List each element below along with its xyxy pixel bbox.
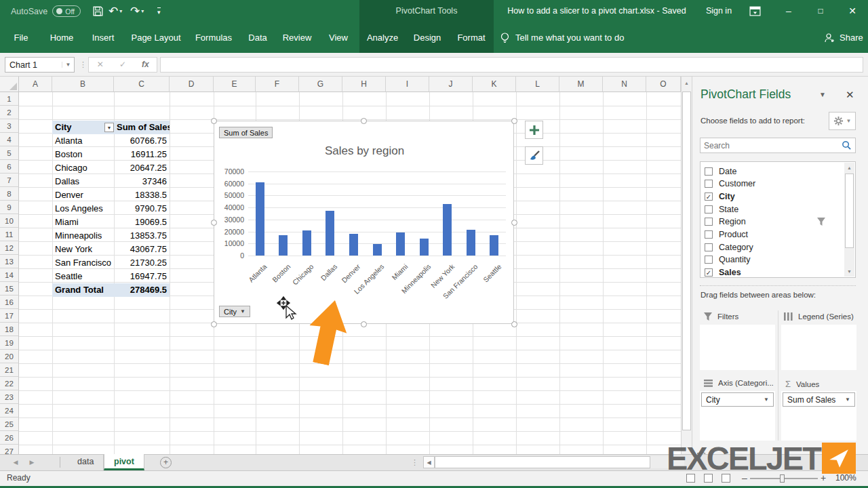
filters-drop-zone[interactable] (700, 325, 775, 370)
row-header-14[interactable]: 14 (0, 268, 19, 282)
ribbon-tab-analyze[interactable]: Analyze (362, 22, 403, 53)
pivot-cell-value[interactable]: 16911.25 (114, 148, 170, 161)
column-header-F[interactable]: F (256, 77, 299, 92)
pivot-cell-city[interactable]: Dallas (52, 175, 114, 188)
search-icon[interactable] (842, 140, 852, 150)
pivot-cell-value[interactable]: 19069.5 (114, 216, 170, 229)
chart-bar-los-angeles[interactable] (373, 244, 382, 256)
ribbon-tab-format[interactable]: Format (452, 22, 491, 53)
ribbon-tab-insert[interactable]: Insert (85, 22, 121, 53)
new-sheet-button[interactable]: + (160, 457, 172, 468)
row-header-15[interactable]: 15 (0, 282, 19, 296)
field-item-sales[interactable]: ✓Sales (705, 266, 840, 279)
column-header-D[interactable]: D (170, 77, 214, 92)
list-scroll-down-icon[interactable]: ▼ (844, 266, 854, 277)
chart-bar-minneapolis[interactable] (420, 239, 429, 256)
row-header-6[interactable]: 6 (0, 160, 19, 174)
sheet-tab-pivot[interactable]: pivot (104, 454, 144, 470)
pivot-grand-total-value[interactable]: 278469.5 (114, 283, 170, 297)
chart-axis-field-button[interactable]: City ▼ (219, 306, 250, 317)
pivot-chart[interactable]: Sum of Sales Sales by region 01000020000… (214, 121, 514, 324)
redo-button[interactable]: ↷▾ (130, 0, 144, 22)
row-header-9[interactable]: 9 (0, 201, 19, 214)
row-header-2[interactable]: 2 (0, 106, 19, 119)
pivot-header-sum-of-sales[interactable]: Sum of Sales (114, 121, 170, 134)
cancel-entry-icon[interactable]: ✕ (89, 58, 111, 72)
row-header-4[interactable]: 4 (0, 133, 19, 146)
insert-function-icon[interactable]: fx (134, 58, 157, 72)
fields-search-input[interactable]: Search (700, 138, 856, 153)
column-header-L[interactable]: L (516, 77, 559, 92)
pivot-cell-city[interactable]: New York (52, 243, 114, 256)
sheet-tab-data[interactable]: data (68, 454, 104, 470)
field-item-state[interactable]: State (705, 203, 840, 216)
chart-bar-miami[interactable] (396, 232, 405, 256)
chart-bar-denver[interactable] (349, 234, 358, 256)
sign-in-button[interactable]: Sign in (698, 0, 739, 22)
row-header-21[interactable]: 21 (0, 363, 19, 377)
values-field-chip[interactable]: Sum of Sales ▼ (783, 392, 855, 407)
field-item-region[interactable]: Region (705, 216, 840, 228)
column-header-C[interactable]: C (114, 77, 170, 92)
hscroll-resize-handle[interactable]: ⋮ (411, 454, 418, 470)
name-box[interactable]: Chart 1 ▼ (5, 57, 75, 73)
row-header-24[interactable]: 24 (0, 404, 19, 418)
chart-bar-seattle[interactable] (490, 235, 498, 256)
row-header-12[interactable]: 12 (0, 241, 19, 255)
ribbon-tab-review[interactable]: Review (279, 22, 315, 53)
row-header-16[interactable]: 16 (0, 296, 19, 309)
list-scroll-up-icon[interactable]: ▲ (844, 163, 854, 173)
field-item-product[interactable]: Product (705, 228, 840, 241)
chart-elements-button[interactable] (525, 121, 543, 139)
pivot-cell-city[interactable]: Denver (52, 188, 114, 202)
pivot-cell-city[interactable]: Boston (52, 148, 114, 161)
values-chip-dropdown-icon[interactable]: ▼ (841, 396, 854, 403)
hscroll-left-icon[interactable]: ◀ (423, 456, 435, 468)
field-item-date[interactable]: Date (705, 165, 840, 178)
field-checkbox-region[interactable] (705, 218, 713, 226)
chart-selection-handle[interactable] (211, 220, 217, 226)
axis-field-chip[interactable]: City ▼ (701, 392, 774, 407)
field-checkbox-category[interactable] (705, 243, 713, 251)
pivot-cell-city[interactable]: Minneapolis (52, 229, 114, 243)
row-header-3[interactable]: 3 (0, 119, 19, 133)
pivot-cell-value[interactable]: 16947.75 (114, 270, 170, 283)
ribbon-tab-home[interactable]: Home (43, 22, 80, 53)
share-button[interactable]: Share (824, 22, 863, 53)
row-header-22[interactable]: 22 (0, 377, 19, 390)
column-header-I[interactable]: I (386, 77, 429, 92)
column-header-E[interactable]: E (214, 77, 256, 92)
chart-styles-button[interactable] (525, 146, 543, 165)
column-header-M[interactable]: M (559, 77, 603, 92)
column-header-B[interactable]: B (52, 77, 114, 92)
ribbon-tab-data[interactable]: Data (241, 22, 274, 53)
chart-bar-chicago[interactable] (302, 230, 311, 256)
autosave-toggle[interactable]: Off (52, 5, 81, 17)
ribbon-tab-page-layout[interactable]: Page Layout (126, 22, 186, 53)
chart-selection-handle[interactable] (211, 118, 217, 124)
ribbon-tab-view[interactable]: View (320, 22, 357, 53)
row-header-17[interactable]: 17 (0, 309, 19, 323)
ribbon-tab-file[interactable]: File (7, 22, 35, 53)
vertical-scrollbar[interactable]: ▲ (681, 77, 692, 454)
pivot-cell-value[interactable]: 20647.25 (114, 161, 170, 175)
field-checkbox-customer[interactable] (705, 180, 713, 188)
row-header-8[interactable]: 8 (0, 187, 19, 201)
field-checkbox-date[interactable] (705, 167, 713, 176)
minimize-button[interactable]: – (777, 0, 800, 22)
field-checkbox-product[interactable] (705, 230, 713, 239)
pivot-grand-total-label[interactable]: Grand Total (52, 283, 114, 297)
ribbon-tab-formulas[interactable]: Formulas (191, 22, 236, 53)
list-scroll-thumb[interactable] (845, 174, 854, 248)
pivot-cell-value[interactable]: 60766.75 (114, 134, 170, 148)
row-header-19[interactable]: 19 (0, 336, 19, 350)
pivot-cell-value[interactable]: 13853.75 (114, 229, 170, 243)
axis-chip-dropdown-icon[interactable]: ▼ (760, 396, 773, 403)
chart-selection-handle[interactable] (361, 118, 367, 124)
undo-button[interactable]: ↶▾ (108, 0, 122, 22)
row-header-7[interactable]: 7 (0, 174, 19, 187)
row-header-11[interactable]: 11 (0, 228, 19, 241)
field-item-customer[interactable]: Customer (705, 178, 840, 190)
column-header-N[interactable]: N (603, 77, 646, 92)
chart-bar-boston[interactable] (279, 235, 288, 256)
